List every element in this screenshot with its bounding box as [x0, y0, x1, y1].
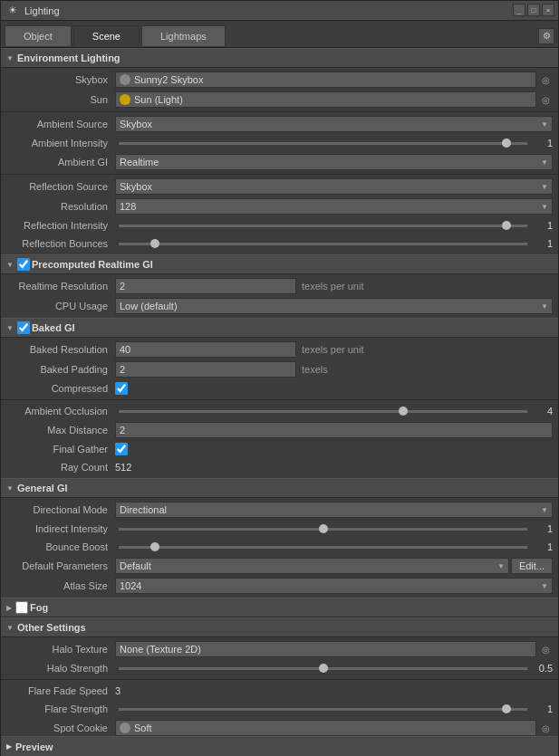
baked-gi-body: Baked Resolution texels per unit Baked P… [1, 338, 558, 478]
default-params-value-area: Default ▼ Edit... [115, 558, 553, 574]
precomputed-gi-header[interactable]: ▼ Precomputed Realtime GI [1, 254, 558, 274]
reflection-source-arrow: ▼ [541, 183, 548, 191]
bounce-boost-row: Bounce Boost 1 [1, 538, 558, 556]
reflection-source-label: Reflection Source [6, 181, 115, 192]
sun-field[interactable]: Sun (Light) [115, 91, 536, 108]
ambient-intensity-value-area: 1 [115, 138, 553, 148]
compressed-checkbox[interactable] [115, 382, 128, 395]
restore-button[interactable]: □ [527, 4, 540, 16]
reflection-intensity-value-area: 1 [115, 220, 553, 231]
resolution-row: Resolution 128 ▼ [1, 196, 558, 216]
halo-strength-slider[interactable] [119, 667, 527, 670]
fog-checkbox[interactable] [15, 601, 28, 614]
baked-resolution-input[interactable] [115, 341, 296, 358]
spot-cookie-value: Soft [134, 723, 152, 733]
baked-arrow: ▼ [6, 324, 14, 332]
cpu-usage-dropdown[interactable]: Low (default) ▼ [115, 298, 553, 314]
preview-bar: ▶ Preview [1, 736, 558, 756]
general-gi-header[interactable]: ▼ General GI [1, 478, 558, 498]
resolution-dropdown[interactable]: 128 ▼ [115, 198, 553, 215]
directional-mode-dropdown[interactable]: Directional ▼ [115, 502, 553, 518]
environment-lighting-header[interactable]: ▼ Environment Lighting [1, 48, 558, 68]
fog-title: Fog [30, 602, 48, 613]
sun-row: Sun Sun (Light) ◎ [1, 90, 558, 110]
skybox-field[interactable]: Sunny2 Skybox [115, 72, 536, 88]
flare-fade-speed-value: 3 [115, 685, 120, 696]
baked-gi-header[interactable]: ▼ Baked GI [1, 318, 558, 338]
reflection-bounces-label: Reflection Bounces [6, 238, 115, 249]
section-arrow: ▼ [6, 54, 14, 62]
compressed-row: Compressed [1, 379, 558, 397]
skybox-link-icon[interactable]: ◎ [538, 72, 553, 87]
atlas-size-dropdown[interactable]: 1024 ▼ [115, 578, 553, 594]
close-button[interactable]: × [542, 4, 554, 16]
reflection-source-dropdown[interactable]: Skybox ▼ [115, 178, 553, 195]
ambient-intensity-slider-container [115, 142, 531, 145]
default-params-dropdown[interactable]: Default ▼ [115, 558, 509, 574]
final-gather-row: Final Gather [1, 440, 558, 458]
baked-resolution-row: Baked Resolution texels per unit [1, 340, 558, 359]
max-distance-input[interactable] [115, 422, 553, 438]
preview-label: Preview [15, 742, 53, 752]
tab-scene[interactable]: Scene [73, 25, 140, 47]
default-params-arrow: ▼ [497, 562, 505, 570]
halo-texture-label: Halo Texture [6, 644, 115, 655]
window-controls: _ □ × [513, 4, 554, 16]
minimize-button[interactable]: _ [513, 4, 525, 16]
baked-gi-title: Baked GI [32, 322, 75, 333]
ambient-occlusion-slider[interactable] [119, 410, 527, 413]
fog-header[interactable]: ▶ Fog [1, 598, 558, 617]
tab-object[interactable]: Object [5, 25, 72, 47]
main-content: ▼ Environment Lighting Skybox Sunny2 Sky… [1, 48, 558, 736]
sun-link-icon[interactable]: ◎ [538, 92, 553, 107]
realtime-resolution-input[interactable] [115, 278, 296, 294]
ray-count-row: Ray Count 512 [1, 458, 558, 476]
indirect-intensity-value-area: 1 [115, 523, 553, 534]
cpu-usage-arrow: ▼ [541, 302, 548, 311]
sun-value: Sun (Light) [134, 94, 183, 105]
halo-texture-value: None (Texture 2D) [120, 644, 201, 655]
other-settings-header[interactable]: ▼ Other Settings [1, 617, 558, 637]
tab-lightmaps[interactable]: Lightmaps [141, 25, 226, 47]
flare-strength-label: Flare Strength [6, 703, 115, 714]
precomputed-gi-checkbox[interactable] [17, 258, 30, 271]
ambient-source-dropdown[interactable]: Skybox ▼ [115, 116, 553, 132]
flare-strength-slider[interactable] [119, 708, 527, 711]
general-gi-title: General GI [17, 483, 68, 493]
final-gather-checkbox[interactable] [115, 443, 128, 455]
baked-gi-checkbox[interactable] [17, 321, 30, 334]
flare-strength-value-area: 1 [115, 703, 553, 714]
ray-count-value: 512 [115, 462, 131, 473]
settings-icon[interactable]: ⚙ [538, 28, 554, 44]
reflection-intensity-value: 1 [531, 220, 553, 231]
ambient-intensity-value: 1 [531, 138, 553, 148]
edit-button[interactable]: Edit... [511, 558, 553, 574]
directional-mode-row: Directional Mode Directional ▼ [1, 500, 558, 520]
ray-count-label: Ray Count [6, 462, 115, 473]
spot-cookie-field[interactable]: Soft [115, 720, 536, 736]
general-gi-arrow: ▼ [6, 484, 14, 493]
halo-texture-field[interactable]: None (Texture 2D) [115, 641, 536, 657]
baked-padding-row: Baked Padding texels [1, 359, 558, 379]
halo-texture-row: Halo Texture None (Texture 2D) ◎ [1, 639, 558, 659]
ambient-source-row: Ambient Source Skybox ▼ [1, 114, 558, 134]
default-params-value: Default [120, 560, 151, 571]
ambient-intensity-slider[interactable] [119, 142, 527, 145]
baked-resolution-label: Baked Resolution [6, 344, 115, 355]
preview-arrow: ▶ [6, 742, 12, 751]
ambient-occlusion-value: 4 [531, 406, 553, 416]
ambient-source-arrow: ▼ [541, 120, 548, 129]
bounce-boost-slider[interactable] [119, 546, 527, 549]
reflection-bounces-slider[interactable] [119, 243, 527, 245]
indirect-intensity-slider[interactable] [119, 528, 527, 531]
flare-strength-row: Flare Strength 1 [1, 700, 558, 718]
atlas-size-value: 1024 [120, 580, 141, 591]
spot-cookie-value-area: Soft ◎ [115, 720, 553, 736]
realtime-resolution-value-area: texels per unit [115, 278, 553, 294]
spot-cookie-link-icon[interactable]: ◎ [538, 721, 553, 735]
baked-padding-input[interactable] [115, 361, 296, 378]
reflection-intensity-slider[interactable] [119, 225, 527, 227]
halo-texture-link-icon[interactable]: ◎ [538, 642, 553, 656]
ambient-gi-dropdown[interactable]: Realtime ▼ [115, 154, 553, 170]
reflection-intensity-label: Reflection Intensity [6, 220, 115, 231]
